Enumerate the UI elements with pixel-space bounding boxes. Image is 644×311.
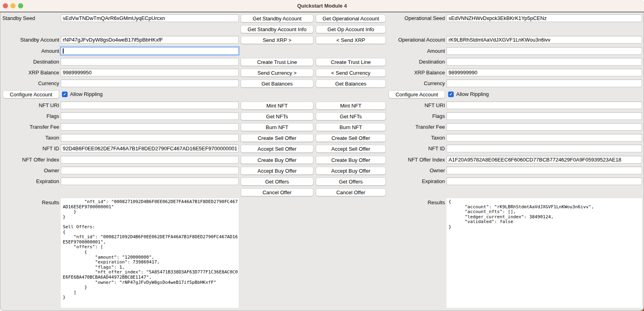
accept-buy-offer-button-right[interactable]: Accept Buy Offer (316, 167, 386, 175)
flags-label-left: Flags (2, 112, 59, 120)
nft-offer-index-label-left: NFT Offer Index (2, 156, 59, 163)
standby-seed-input-left[interactable] (61, 14, 239, 22)
create-sell-offer-button-left[interactable]: Create Sell Offer (241, 134, 313, 142)
expiration-input-left[interactable] (61, 177, 239, 185)
flags-label-right: Flags (385, 112, 445, 120)
configure-account-button-left[interactable]: Configure Account (3, 90, 59, 98)
nft-offer-index-input-right[interactable] (447, 156, 642, 163)
window-body: Standby SeedOperational SeedStandby Acco… (0, 12, 644, 311)
transfer-fee-label-left: Transfer Fee (2, 123, 59, 131)
destination-input-right[interactable] (447, 58, 642, 66)
expiration-input-right[interactable] (447, 177, 642, 185)
burn-nft-button-left[interactable]: Burn NFT (241, 123, 313, 131)
destination-input-left[interactable] (61, 58, 239, 66)
text-cursor (63, 48, 64, 54)
create-buy-offer-button-right[interactable]: Create Buy Offer (316, 156, 386, 164)
create-buy-offer-button-left[interactable]: Create Buy Offer (241, 156, 313, 164)
taxon-label-left: Taxon (2, 134, 59, 142)
nft-uri-input-left[interactable] (61, 102, 239, 109)
mint-nft-button-left[interactable]: Mint NFT (241, 102, 313, 110)
owner-label-right: Owner (385, 167, 445, 174)
get-balances-button-left[interactable]: Get Balances (241, 80, 313, 88)
operational-seed-input-right[interactable] (447, 14, 642, 22)
titlebar[interactable]: Quickstart Module 4 (0, 0, 644, 12)
get-operational-account-button-right[interactable]: Get Operational Account (316, 14, 386, 22)
accept-sell-offer-button-right[interactable]: Accept Sell Offer (316, 145, 386, 153)
destination-label-right: Destination (385, 58, 445, 66)
nft-id-input-right[interactable] (447, 145, 642, 152)
amount-input-left[interactable] (61, 47, 239, 55)
operational-account-input-right[interactable] (447, 36, 642, 44)
send-currency-button-left[interactable]: Send Currency > (241, 69, 313, 77)
nft-id-label-right: NFT ID (385, 145, 445, 152)
nft-uri-label-left: NFT URI (2, 102, 59, 109)
window-title: Quickstart Module 4 (0, 0, 644, 12)
taxon-input-right[interactable] (447, 134, 642, 142)
transfer-fee-input-right[interactable] (447, 123, 642, 131)
send-xrp-button-right[interactable]: < Send XRP (316, 36, 386, 44)
create-trust-line-button-left[interactable]: Create Trust Line (241, 58, 313, 66)
amount-input-right[interactable] (447, 47, 642, 55)
nft-id-input-left[interactable] (61, 145, 239, 152)
create-sell-offer-button-right[interactable]: Create Sell Offer (316, 134, 386, 142)
currency-input-right[interactable] (447, 80, 642, 87)
xrp-balance-label-right: XRP Balance (385, 69, 445, 76)
get-nfts-button-right[interactable]: Get NFTs (316, 112, 386, 120)
get-balances-button-right[interactable]: Get Balances (316, 80, 386, 88)
nft-offer-index-label-right: NFT Offer Index (385, 156, 445, 163)
configure-account-button-right[interactable]: Configure Account (389, 90, 445, 98)
taxon-input-left[interactable] (61, 134, 239, 142)
currency-label-left: Currency (2, 80, 59, 87)
flags-input-right[interactable] (447, 112, 642, 120)
get-nfts-button-left[interactable]: Get NFTs (241, 112, 313, 120)
get-offers-button-right[interactable]: Get Offers (316, 177, 386, 185)
operational-account-label-right: Operational Account (385, 36, 445, 44)
currency-input-left[interactable] (61, 80, 239, 87)
flags-input-left[interactable] (61, 112, 239, 120)
checkmark-icon: ✓ (448, 92, 454, 97)
transfer-fee-label-right: Transfer Fee (385, 123, 445, 131)
mint-nft-button-right[interactable]: Mint NFT (316, 102, 386, 110)
allow-rippling-checkbox-right[interactable]: ✓ (448, 92, 454, 97)
accept-sell-offer-button-left[interactable]: Accept Sell Offer (241, 145, 313, 153)
transfer-fee-input-left[interactable] (61, 123, 239, 131)
amount-label-left: Amount (2, 47, 59, 55)
standby-seed-label-left: Standby Seed (2, 14, 59, 22)
nft-id-label-left: NFT ID (2, 145, 59, 152)
burn-nft-button-right[interactable]: Burn NFT (316, 123, 386, 131)
cancel-offer-button-left[interactable]: Cancel Offer (241, 188, 313, 196)
send-xrp-button-left[interactable]: Send XRP > (241, 36, 313, 44)
get-standby-account-button-left[interactable]: Get Standby Account (241, 14, 313, 22)
owner-input-right[interactable] (447, 167, 642, 174)
window: Quickstart Module 4 Standby SeedOperatio… (0, 0, 644, 311)
operational-seed-label-right: Operational Seed (385, 14, 445, 22)
taxon-label-right: Taxon (385, 134, 445, 142)
xrp-balance-label-left: XRP Balance (2, 69, 59, 76)
results-label-left: Results (2, 200, 59, 205)
cancel-offer-button-right[interactable]: Cancel Offer (316, 188, 386, 196)
get-standby-account-info-button-left[interactable]: Get Standby Account Info (241, 25, 313, 33)
create-trust-line-button-right[interactable]: Create Trust Line (316, 58, 386, 66)
results-output-left[interactable]: "nft_id": "0008271092D4B6F0EE062DE7FA46A… (61, 198, 239, 308)
amount-label-right: Amount (385, 47, 445, 55)
expiration-label-left: Expiration (2, 177, 59, 185)
send-currency-button-right[interactable]: < Send Currency (316, 69, 386, 77)
standby-account-input-left[interactable] (61, 36, 239, 44)
get-op-account-info-button-right[interactable]: Get Op Account Info (316, 25, 386, 33)
currency-label-right: Currency (385, 80, 445, 87)
expiration-label-right: Expiration (385, 177, 445, 185)
nft-uri-label-right: NFT URI (385, 102, 445, 109)
owner-input-left[interactable] (61, 167, 239, 174)
owner-label-left: Owner (2, 167, 59, 174)
nft-uri-input-right[interactable] (447, 102, 642, 109)
allow-rippling-checkbox-left[interactable]: ✓ (62, 92, 68, 97)
get-offers-button-left[interactable]: Get Offers (241, 177, 313, 185)
results-label-right: Results (385, 200, 445, 205)
nft-offer-index-input-left[interactable] (61, 156, 239, 163)
xrp-balance-input-right[interactable] (447, 69, 642, 76)
accept-buy-offer-button-left[interactable]: Accept Buy Offer (241, 167, 313, 175)
standby-account-label-left: Standby Account (2, 36, 59, 44)
xrp-balance-input-left[interactable] (61, 69, 239, 76)
checkmark-icon: ✓ (62, 92, 68, 97)
results-output-right[interactable]: { "account": "rK9LBRhStdmtAaVdJXGVF1LnKW… (447, 198, 642, 308)
